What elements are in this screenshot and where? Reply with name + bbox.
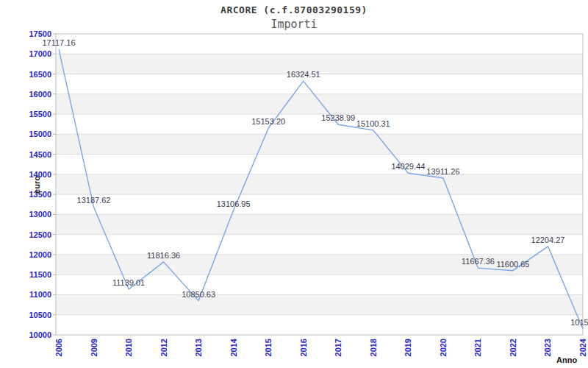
band-stripe <box>56 134 583 154</box>
y-tick-label: 16500 <box>29 70 51 79</box>
y-tick-label: 10000 <box>29 330 51 339</box>
x-tick-label: 2014 <box>229 338 238 356</box>
x-tick-label: 2018 <box>369 339 378 356</box>
y-tick-label: 11000 <box>29 290 51 299</box>
y-tick-label: 17000 <box>29 49 51 58</box>
x-tick-label: 2015 <box>264 339 273 356</box>
data-point-label: 10850.63 <box>182 290 215 299</box>
x-tick-label: 2016 <box>299 339 308 356</box>
band-stripe <box>56 235 583 255</box>
data-point-label: 11139.01 <box>112 278 145 287</box>
y-tick-label: 13000 <box>29 210 51 219</box>
band-stripe <box>56 114 583 134</box>
y-tick-label: 16000 <box>29 90 51 99</box>
y-tick-label: 12000 <box>29 250 51 259</box>
x-tick-label: 2024 <box>578 338 587 356</box>
band-stripe <box>56 155 583 174</box>
data-point-label: 12204.27 <box>531 236 565 244</box>
y-tick-label: 15000 <box>29 130 51 138</box>
data-point-label: 15238.99 <box>321 113 355 122</box>
x-tick-label: 2013 <box>194 339 203 356</box>
data-point-label: 13911.26 <box>426 167 459 176</box>
data-point-label: 13187.62 <box>77 196 111 205</box>
x-tick-label: 2010 <box>124 339 133 356</box>
x-tick-label: 2022 <box>509 339 517 356</box>
y-tick-label: 14500 <box>29 150 51 159</box>
band-stripe <box>56 214 583 234</box>
x-tick-label: 2006 <box>54 339 63 356</box>
data-point-label: 16324.51 <box>287 70 320 79</box>
x-axis-title: Anno <box>556 355 577 364</box>
x-tick-label: 2020 <box>439 339 448 356</box>
y-tick-label: 17500 <box>29 29 51 38</box>
x-tick-label: 2019 <box>404 339 412 356</box>
x-tick-label: 2023 <box>543 339 552 356</box>
y-tick-label: 10500 <box>29 311 51 319</box>
x-tick-label: 2017 <box>334 339 343 356</box>
data-point-label: 15153.20 <box>251 117 285 126</box>
band-stripe <box>56 34 583 54</box>
band-stripe <box>56 194 583 214</box>
band-stripe <box>56 315 583 335</box>
data-point-label: 13106.95 <box>217 199 251 208</box>
x-tick-label: 2012 <box>159 339 168 356</box>
line-plot: 1750017000165001600015500150001450014000… <box>0 0 588 368</box>
y-tick-label: 11500 <box>29 270 51 279</box>
data-point-label: 11667.36 <box>462 257 495 266</box>
y-axis-title: euro <box>32 176 41 194</box>
band-stripe <box>56 294 583 314</box>
data-point-label: 14029.44 <box>391 162 425 171</box>
data-point-label: 10152. <box>570 318 588 327</box>
band-stripe <box>56 174 583 194</box>
data-point-label: 17117.16 <box>42 38 75 47</box>
x-tick-label: 2021 <box>473 339 482 356</box>
x-tick-label: 2009 <box>90 339 98 356</box>
data-point-label: 15100.31 <box>356 119 390 128</box>
y-tick-label: 12500 <box>29 230 51 239</box>
data-point-label: 11600.65 <box>496 260 529 269</box>
data-point-label: 11816.36 <box>147 251 180 260</box>
y-tick-label: 15500 <box>29 110 51 118</box>
band-stripe <box>56 94 583 114</box>
